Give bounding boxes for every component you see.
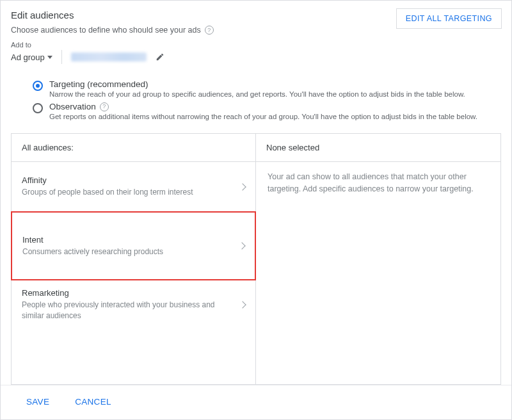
caret-down-icon [47,56,52,59]
edit-all-targeting-button[interactable]: EDIT ALL TARGETING [396,8,502,29]
targeting-option-title: Observation ? [49,102,109,111]
radio-button-icon [33,81,43,91]
cancel-button[interactable]: CANCEL [75,397,111,407]
all-audiences-panel: All audiences: Affinity Groups of people… [12,134,256,384]
all-audiences-header: All audiences: [12,134,255,162]
audience-category-intent[interactable]: Intent Consumers actively researching pr… [11,211,256,280]
targeting-radio-recommended[interactable]: Targeting (recommended) Narrow the reach… [33,79,501,98]
list-filler [12,330,255,384]
audience-category-remarketing[interactable]: Remarketing People who previously intera… [12,280,255,330]
targeting-radio-observation[interactable]: Observation ? Get reports on additional … [33,102,501,120]
help-icon[interactable]: ? [100,102,109,111]
audience-category-desc: People who previously interacted with yo… [22,300,234,322]
vertical-separator [61,50,62,64]
add-to-dropdown[interactable]: Ad group [11,52,52,62]
chevron-right-icon [238,242,245,249]
page-subtitle: Choose audiences to define who should se… [11,26,201,35]
audience-category-title: Remarketing [22,287,234,300]
selected-audiences-panel: None selected Your ad can show to all au… [256,134,500,384]
targeting-option-desc: Get reports on additional items without … [49,113,477,120]
selected-audiences-note: Your ad can show to all audiences that m… [256,162,500,204]
add-to-label: Add to [11,41,501,49]
audience-category-affinity[interactable]: Affinity Groups of people based on their… [12,162,255,212]
edit-icon[interactable] [156,52,164,61]
chevron-right-icon [239,301,246,308]
adgroup-name-blurred [71,52,147,61]
radio-button-icon [33,103,43,113]
selected-audiences-header: None selected [256,134,500,162]
audience-category-title: Affinity [22,175,193,187]
save-button[interactable]: SAVE [26,397,49,407]
audience-category-title: Intent [22,234,163,246]
audiences-panel: All audiences: Affinity Groups of people… [11,133,501,385]
help-icon[interactable]: ? [205,26,214,35]
chevron-right-icon [239,183,246,190]
targeting-option-title: Targeting (recommended) [49,79,148,89]
audience-category-desc: Consumers actively researching products [22,246,163,257]
add-to-value: Ad group [11,52,45,62]
targeting-option-desc: Narrow the reach of your ad group to spe… [49,90,465,98]
audience-category-desc: Groups of people based on their long ter… [22,187,193,198]
